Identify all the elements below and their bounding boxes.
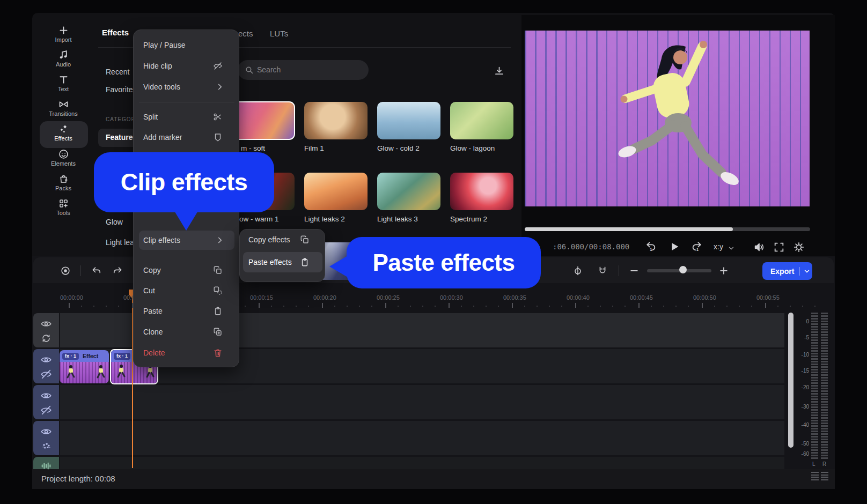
meter-bar-segment xyxy=(811,398,818,400)
soundwave-icon[interactable] xyxy=(40,460,52,472)
chevron-down-icon[interactable] xyxy=(803,268,811,275)
undo-step-icon[interactable]: 1 xyxy=(645,241,657,253)
ruler-label: 00:00:35 xyxy=(503,294,526,301)
mirror-icon[interactable] xyxy=(572,265,583,276)
eye-icon[interactable] xyxy=(40,318,52,330)
tab-effects[interactable]: Effects xyxy=(102,28,129,37)
meter-bar-segment xyxy=(821,372,828,373)
menu-item-play-pause[interactable]: Play / Pause xyxy=(143,38,186,52)
effect-thumbnail[interactable] xyxy=(450,102,513,139)
menu-item-add-marker[interactable]: Add marker xyxy=(143,130,182,144)
sync-icon[interactable] xyxy=(40,332,52,344)
effect-thumbnail[interactable] xyxy=(231,102,295,139)
fullscreen-icon[interactable] xyxy=(773,241,785,253)
export-button[interactable]: Export xyxy=(762,262,812,280)
meter-bar-segment xyxy=(821,433,828,435)
eye-icon[interactable] xyxy=(40,354,52,366)
magnet-icon[interactable] xyxy=(597,265,608,276)
meter-bar-segment xyxy=(811,449,818,451)
track-lane[interactable] xyxy=(60,457,784,469)
sidebar-item-tools[interactable]: Tools xyxy=(39,198,88,223)
sidebar-item-effects[interactable]: Effects xyxy=(39,123,88,148)
preview-progress-fill xyxy=(525,227,733,231)
effect-label: Light leaks 2 xyxy=(304,215,345,223)
effect-thumbnail[interactable] xyxy=(377,173,440,210)
category-favorites[interactable]: Favorites xyxy=(106,85,137,94)
ruler-tick-dot xyxy=(600,306,601,307)
timeline-clip[interactable]: fx · 1 Effect xyxy=(60,350,109,383)
meter-bar-segment xyxy=(821,350,828,352)
video-preview[interactable] xyxy=(525,31,810,206)
menu-item-cut[interactable]: Cut xyxy=(143,284,155,298)
download-icon[interactable] xyxy=(494,65,505,77)
eye-icon[interactable] xyxy=(40,390,52,402)
submenu-item-copy-effects[interactable]: Copy effects xyxy=(248,233,290,247)
sidebar-item-elements[interactable]: Elements xyxy=(39,149,88,173)
clone-icon xyxy=(213,327,223,337)
effect-thumbnail[interactable] xyxy=(304,173,368,210)
aspect-ratio-control[interactable]: x:y xyxy=(714,242,723,251)
meter-bar-segment xyxy=(811,455,818,456)
sidebar-item-import[interactable]: Import xyxy=(39,25,88,49)
track-lane[interactable] xyxy=(60,421,784,455)
meter-bar-segment xyxy=(821,369,828,370)
meter-bar-segment xyxy=(821,431,828,432)
ruler-tick-dot xyxy=(334,306,335,307)
menu-item-copy[interactable]: Copy xyxy=(143,263,161,277)
play-icon[interactable] xyxy=(668,241,680,253)
meter-bar-segment xyxy=(821,444,828,446)
eye-slash-icon[interactable] xyxy=(40,404,52,416)
record-icon[interactable] xyxy=(60,265,71,276)
gear-icon[interactable] xyxy=(793,241,805,253)
tab-luts[interactable]: LUTs xyxy=(270,29,288,38)
eye-slash-icon[interactable] xyxy=(40,368,52,380)
menu-item-clone[interactable]: Clone xyxy=(143,325,163,339)
eye-slash-icon xyxy=(213,61,223,71)
meter-bar-segment xyxy=(811,404,818,405)
menu-item-delete[interactable]: Delete xyxy=(143,346,165,360)
sidebar-item-text[interactable]: Text xyxy=(39,74,88,99)
preview-progress-bar[interactable] xyxy=(525,227,810,231)
category-recent[interactable]: Recent xyxy=(106,68,129,76)
track-lane[interactable] xyxy=(60,385,784,419)
sidebar-item-transitions[interactable]: Transitions xyxy=(39,99,88,123)
undo-icon[interactable] xyxy=(91,265,102,276)
zoom-slider-knob[interactable] xyxy=(679,266,687,273)
ruler-tick-dot xyxy=(461,306,462,307)
grid-icon xyxy=(58,198,69,209)
effect-thumbnail[interactable] xyxy=(377,102,440,139)
effect-thumbnail[interactable] xyxy=(450,173,513,210)
category-glow[interactable]: Glow xyxy=(106,218,123,226)
menu-item-hide-clip[interactable]: Hide clip xyxy=(143,59,172,73)
pixels-icon[interactable] xyxy=(40,440,52,452)
sidebar-item-audio[interactable]: Audio xyxy=(39,49,88,74)
meter-bar-segment xyxy=(811,385,818,387)
meter-bar-segment xyxy=(811,393,818,395)
meter-bar-segment xyxy=(821,417,828,419)
zoom-out-icon[interactable] xyxy=(629,265,640,276)
redo-icon[interactable] xyxy=(112,265,123,276)
redo-step-icon[interactable]: 1 xyxy=(691,241,703,253)
menu-item-split[interactable]: Split xyxy=(143,110,158,124)
speaker-icon[interactable] xyxy=(753,241,765,253)
chevron-down-icon[interactable] xyxy=(728,244,735,252)
meter-bar-segment xyxy=(821,337,828,338)
zoom-in-icon[interactable] xyxy=(718,265,729,276)
menu-item-clip-effects-label: Clip effects xyxy=(143,233,180,247)
meter-bar-segment xyxy=(821,428,828,429)
effect-thumbnail[interactable] xyxy=(304,102,368,139)
meter-scale-label: -30 xyxy=(787,404,809,410)
mini-person-icon xyxy=(65,364,77,380)
meter-bar-segment xyxy=(811,423,818,424)
menu-item-paste[interactable]: Paste xyxy=(143,304,163,318)
ruler-tick-dot xyxy=(118,306,119,307)
ruler-tick xyxy=(259,303,260,308)
effect-label: Glow - lagoon xyxy=(450,144,495,152)
eye-icon[interactable] xyxy=(40,426,52,438)
sidebar-item-packs[interactable]: Packs xyxy=(39,173,88,198)
meter-bar-segment xyxy=(821,412,828,413)
tab-partial[interactable]: ects xyxy=(238,29,253,38)
meter-bar-segment xyxy=(821,385,828,387)
menu-item-video-tools[interactable]: Video tools xyxy=(143,80,180,94)
meter-bar-segment xyxy=(821,396,828,397)
